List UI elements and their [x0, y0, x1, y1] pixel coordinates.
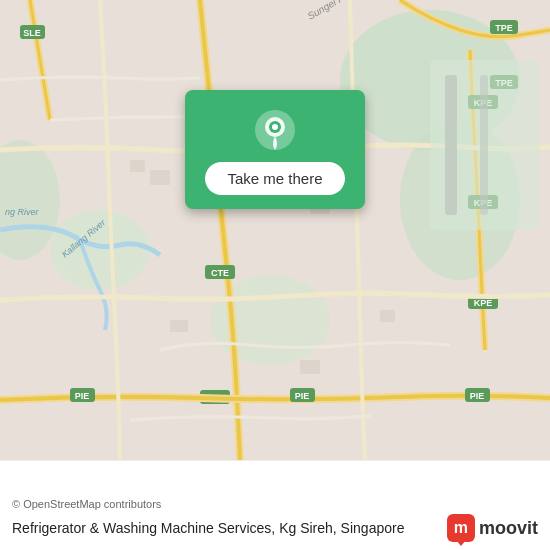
take-me-there-button[interactable]: Take me there [205, 162, 344, 195]
svg-text:KPE: KPE [474, 298, 493, 308]
location-info-row: Refrigerator & Washing Machine Services,… [12, 514, 538, 542]
svg-text:PIE: PIE [295, 391, 310, 401]
svg-text:PIE: PIE [470, 391, 485, 401]
bottom-info-bar: © OpenStreetMap contributors Refrigerato… [0, 460, 550, 550]
moovit-icon: m [447, 514, 475, 542]
svg-point-47 [272, 124, 278, 130]
svg-rect-37 [150, 170, 170, 185]
svg-rect-43 [380, 310, 395, 322]
osm-credit: © OpenStreetMap contributors [12, 498, 538, 510]
location-pin-icon [253, 108, 297, 152]
svg-rect-32 [480, 75, 488, 215]
moovit-text: moovit [479, 518, 538, 539]
svg-rect-31 [445, 75, 457, 215]
svg-text:SLE: SLE [23, 28, 41, 38]
map-view[interactable]: CTE CTE CTE KPE KPE KPE PIE PIE PIE SLE … [0, 0, 550, 460]
location-name: Refrigerator & Washing Machine Services,… [12, 519, 437, 537]
svg-rect-36 [130, 160, 145, 172]
location-popup: Take me there [185, 90, 365, 209]
svg-text:TPE: TPE [495, 23, 513, 33]
svg-text:PIE: PIE [75, 391, 90, 401]
svg-text:ng River: ng River [5, 207, 40, 217]
svg-rect-41 [170, 320, 188, 332]
svg-text:CTE: CTE [211, 268, 229, 278]
moovit-logo: m moovit [447, 514, 538, 542]
svg-rect-42 [300, 360, 320, 374]
